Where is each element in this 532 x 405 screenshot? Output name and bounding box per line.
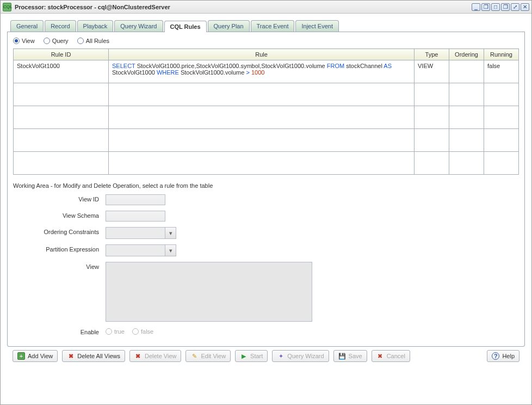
tab-trace-event[interactable]: Trace Event xyxy=(251,20,295,32)
tab-general[interactable]: General xyxy=(10,20,44,32)
restore-button[interactable]: ❐ xyxy=(501,3,510,11)
cell-ordering xyxy=(449,60,484,83)
tab-bar: GeneralRecordPlaybackQuery WizardCQL Rul… xyxy=(7,20,525,32)
close-button[interactable]: ✕ xyxy=(521,3,529,11)
filter-query-label: Query xyxy=(52,38,69,44)
query-wizard-label: Query Wizard xyxy=(287,353,324,359)
th-rule-id[interactable]: Rule ID xyxy=(14,49,109,60)
cancel-button: ✖ Cancel xyxy=(372,350,410,362)
app-logo-icon: CQL xyxy=(3,3,11,11)
button-bar: + Add View ✖ Delete All Views ✖ Delete V… xyxy=(7,347,525,362)
view-id-input[interactable] xyxy=(106,194,165,205)
save-button: 💾 Save xyxy=(333,350,367,362)
enable-false-radio: false xyxy=(132,328,153,335)
query-wizard-button: ✦ Query Wizard xyxy=(272,350,329,362)
th-running[interactable]: Running xyxy=(484,49,519,60)
radio-dot-icon xyxy=(106,328,112,335)
th-rule[interactable]: Rule xyxy=(109,49,415,60)
edit-view-label: Edit View xyxy=(201,353,226,359)
view-schema-input[interactable] xyxy=(106,211,165,222)
edit-view-button: ✎ Edit View xyxy=(185,350,231,362)
tab-query-wizard[interactable]: Query Wizard xyxy=(114,20,163,32)
filter-view-radio[interactable]: View xyxy=(13,38,35,44)
radio-dot-icon xyxy=(132,328,139,335)
save-label: Save xyxy=(349,353,362,359)
delete-view-button: ✖ Delete View xyxy=(129,350,182,362)
radio-dot-icon xyxy=(44,38,50,44)
pencil-icon: ✎ xyxy=(190,352,198,360)
delete-all-views-label: Delete All Views xyxy=(77,353,120,359)
add-view-icon: + xyxy=(17,352,25,360)
cell-type: VIEW xyxy=(415,60,449,83)
filter-allrules-label: All Rules xyxy=(86,38,109,44)
view-label: View xyxy=(13,262,106,270)
filter-allrules-radio[interactable]: All Rules xyxy=(77,38,109,44)
save-icon: 💾 xyxy=(338,352,346,360)
detach-button[interactable]: ⤢ xyxy=(511,3,519,11)
tab-record[interactable]: Record xyxy=(45,20,76,32)
restore-down-button[interactable]: ❐ xyxy=(481,3,490,11)
working-area-label: Working Area - for Modify and Delete Ope… xyxy=(13,182,519,189)
chevron-down-icon: ▾ xyxy=(165,228,176,238)
tab-query-plan[interactable]: Query Plan xyxy=(208,20,250,32)
rules-table: Rule ID Rule Type Ordering Running Stock… xyxy=(13,48,519,175)
tab-playback[interactable]: Playback xyxy=(77,20,114,32)
add-view-button-label: Add View xyxy=(28,353,53,359)
cell-running: false xyxy=(484,60,519,83)
delete-icon: ✖ xyxy=(67,352,75,360)
table-row xyxy=(14,129,519,152)
radio-dot-icon xyxy=(77,38,84,44)
table-header-row: Rule ID Rule Type Ordering Running xyxy=(14,49,519,60)
delete-view-label: Delete View xyxy=(145,353,177,359)
start-label: Start xyxy=(250,353,263,359)
add-view-button[interactable]: + Add View xyxy=(13,350,58,362)
tab-inject-event[interactable]: Inject Event xyxy=(295,20,338,32)
table-row xyxy=(14,83,519,106)
wizard-icon: ✦ xyxy=(277,352,284,360)
title-bar: CQL Processor: stockProcessor - cql@NonC… xyxy=(1,1,531,14)
chevron-down-icon: ▾ xyxy=(165,245,176,256)
view-id-label: View ID xyxy=(13,194,106,202)
minimize-button[interactable]: ‗ xyxy=(472,3,480,11)
filter-query-radio[interactable]: Query xyxy=(44,38,69,44)
table-row[interactable]: StockVolGt1000SELECT StockVolGt1000.pric… xyxy=(14,60,519,83)
help-button[interactable]: ? Help xyxy=(487,350,519,362)
cancel-label: Cancel xyxy=(387,353,405,359)
play-icon: ▶ xyxy=(240,352,248,360)
partition-expression-select[interactable]: ▾ xyxy=(106,244,176,256)
th-ordering[interactable]: Ordering xyxy=(449,49,484,60)
delete-all-views-button[interactable]: ✖ Delete All Views xyxy=(62,350,125,362)
enable-false-text: false xyxy=(141,328,153,335)
start-button: ▶ Start xyxy=(235,350,268,362)
table-row xyxy=(14,106,519,129)
filter-row: View Query All Rules xyxy=(13,38,519,44)
filter-view-label: View xyxy=(22,38,35,44)
ordering-constraints-label: Ordering Constraints xyxy=(13,227,106,235)
help-label: Help xyxy=(502,353,515,359)
ordering-constraints-select[interactable]: ▾ xyxy=(106,227,176,239)
partition-expression-label: Partition Expression xyxy=(13,244,106,253)
view-schema-label: View Schema xyxy=(13,211,106,219)
help-icon: ? xyxy=(492,352,499,360)
cancel-icon: ✖ xyxy=(376,352,384,360)
table-row xyxy=(14,152,519,175)
enable-true-radio: true xyxy=(106,328,125,335)
tab-cql-rules[interactable]: CQL Rules xyxy=(164,21,207,32)
maximize-button[interactable]: □ xyxy=(491,3,500,11)
cell-rule-id: StockVolGt1000 xyxy=(14,60,109,83)
radio-dot-icon xyxy=(13,38,20,44)
th-type[interactable]: Type xyxy=(415,49,449,60)
enable-true-text: true xyxy=(114,328,125,335)
delete-icon: ✖ xyxy=(134,352,142,360)
window-title: Processor: stockProcessor - cql@NonClust… xyxy=(15,4,170,10)
view-textarea[interactable] xyxy=(106,262,312,322)
cell-rule: SELECT StockVolGt1000.price,StockVolGt10… xyxy=(109,60,415,83)
enable-label: Enable xyxy=(13,327,106,335)
edit-form: View ID View Schema Ordering Constraints… xyxy=(13,194,519,335)
